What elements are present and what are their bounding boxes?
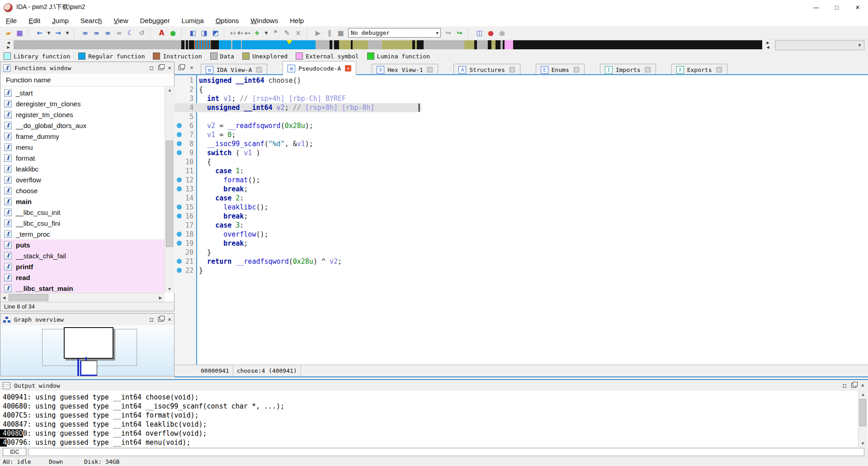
navband-right-scroll-icon[interactable]: ▶ xyxy=(765,40,771,45)
close-panel-icon[interactable]: × xyxy=(858,381,867,390)
navband-combo[interactable]: ▼ xyxy=(775,40,864,50)
function-list-item[interactable]: f_start xyxy=(0,87,165,98)
delete-breakpoint-icon[interactable]: ● xyxy=(496,27,508,38)
vscroll-thumb[interactable] xyxy=(166,141,173,247)
output-log[interactable]: 400941: using guessed type __int64 choos… xyxy=(0,391,858,447)
output-vscrollbar[interactable]: ▲ ▼ xyxy=(858,391,868,447)
navigation-band[interactable] xyxy=(14,40,762,49)
code-line[interactable]: 14 case 2: xyxy=(175,194,866,203)
function-list-hscrollbar[interactable]: ◀ ▶ xyxy=(0,293,165,302)
menu-options[interactable]: Options xyxy=(210,15,245,26)
search-again-icon[interactable]: ∞ xyxy=(113,27,125,38)
function-list-item[interactable]: fmenu xyxy=(0,142,165,152)
code-line[interactable]: 11 case 1: xyxy=(175,166,866,176)
code-line[interactable]: 4 unsigned __int64 v2; // [rsp+8h] [rbp-… xyxy=(175,103,866,112)
menu-file[interactable]: File xyxy=(0,15,23,26)
scroll-up-icon[interactable]: ▲ xyxy=(859,391,868,398)
function-list-item[interactable]: foverflow xyxy=(0,174,165,185)
function-list-item[interactable]: f__stack_chk_fail xyxy=(0,250,165,261)
code-line[interactable]: 5 xyxy=(175,112,866,121)
navband-scroll-left-icon[interactable]: ◀ xyxy=(5,40,11,45)
tab-exports[interactable]: XExports× xyxy=(671,64,727,75)
hscroll-thumb[interactable] xyxy=(9,294,48,301)
tab-close-icon[interactable]: × xyxy=(256,67,262,73)
tab-structures[interactable]: AStructures× xyxy=(453,64,520,75)
tab-ida-view[interactable]: ▤IDA View-A× xyxy=(201,64,267,75)
scroll-up-icon[interactable]: ▲ xyxy=(165,86,175,94)
function-list-item[interactable]: f__libc_start_main xyxy=(0,283,165,293)
code-line[interactable]: 10 { xyxy=(175,157,866,166)
close-panel-icon[interactable]: × xyxy=(165,315,174,323)
navband-scroll-right-icon[interactable]: ▶ xyxy=(5,45,11,49)
tab-enums[interactable]: EEnums× xyxy=(536,64,585,75)
add-breakpoint-icon[interactable]: ● xyxy=(485,27,496,38)
desktop-window-2-icon[interactable]: ◨ xyxy=(198,27,210,38)
tab-close-icon[interactable]: × xyxy=(645,67,651,73)
function-list-item[interactable]: fframe_dummy xyxy=(0,131,165,142)
function-list-item[interactable]: f__libc_csu_init xyxy=(0,207,165,218)
code-line[interactable]: 7 v1 = 0; xyxy=(175,130,866,139)
navband-left-scroll-icon[interactable]: ◀ xyxy=(765,45,771,49)
code-line[interactable]: 21 return __readfsqword(0x28u) ^ v2; xyxy=(175,257,866,266)
function-list-item[interactable]: f__libc_csu_fini xyxy=(0,218,165,228)
create-struct-icon[interactable]: a+ xyxy=(244,27,251,38)
function-list-item[interactable]: fprintf xyxy=(0,261,165,272)
vscroll-thumb[interactable] xyxy=(859,399,866,426)
function-list-item[interactable]: fread xyxy=(0,272,165,283)
code-line[interactable]: 9 switch ( v1 ) xyxy=(175,148,866,157)
tab-close-icon[interactable]: × xyxy=(427,67,433,73)
search-immediate-icon[interactable]: ∞ xyxy=(102,27,113,38)
maximize-button[interactable]: □ xyxy=(826,0,847,14)
graph-overview-canvas[interactable] xyxy=(0,325,174,376)
menu-lumina[interactable]: Lumina xyxy=(175,15,209,26)
add-item-icon[interactable]: + xyxy=(251,27,263,38)
code-line[interactable]: 13 break; xyxy=(175,185,866,194)
tab-imports[interactable]: IImports× xyxy=(600,64,656,75)
create-function-icon[interactable]: c+ xyxy=(230,27,237,38)
tab-pseudocode[interactable]: ▤Pseudocode-A× xyxy=(283,61,356,75)
debugger-windows-icon[interactable]: ◫ xyxy=(474,27,485,38)
menu-view[interactable]: View xyxy=(108,15,134,26)
scroll-left-icon[interactable]: ◀ xyxy=(0,293,8,302)
function-list-item[interactable]: fchoose xyxy=(0,185,165,196)
close-panel-icon[interactable]: × xyxy=(165,64,174,72)
function-list-item[interactable]: fregister_tm_clones xyxy=(0,109,165,120)
create-data-icon[interactable]: d+ xyxy=(237,27,244,38)
search-binoculars-icon[interactable]: ∞ xyxy=(80,27,91,38)
float-panel-icon[interactable] xyxy=(156,64,165,72)
code-line[interactable]: 18 overflow(); xyxy=(175,230,866,239)
save-file-icon[interactable]: ▦ xyxy=(14,27,25,38)
code-line[interactable]: 19 break; xyxy=(175,239,866,248)
pause-process-icon[interactable]: ∥ xyxy=(324,27,335,38)
tab-close-icon[interactable]: × xyxy=(573,67,580,73)
menu-help[interactable]: Help xyxy=(284,15,310,26)
stop-process-icon[interactable]: ■ xyxy=(335,27,346,38)
jump-crescent-icon[interactable]: ☾ xyxy=(125,27,136,38)
function-list-item[interactable]: fleaklibc xyxy=(0,163,165,174)
maximize-panel-icon[interactable]: □ xyxy=(147,64,156,72)
navigate-forward-dropdown-icon[interactable]: ▼ xyxy=(64,27,71,38)
function-list-item[interactable]: fmain xyxy=(0,196,165,207)
desktop-window-3-icon[interactable]: ◩ xyxy=(210,27,221,38)
scroll-down-icon[interactable]: ▼ xyxy=(859,440,867,447)
menu-edit[interactable]: Edit xyxy=(23,15,46,26)
float-panel-icon[interactable] xyxy=(849,381,858,390)
menu-windows[interactable]: Windows xyxy=(245,15,284,26)
float-panel-icon[interactable] xyxy=(156,315,165,323)
tab-close-icon[interactable]: × xyxy=(509,67,515,73)
navigate-back-icon[interactable]: ← xyxy=(34,27,45,38)
tab-close-icon[interactable]: × xyxy=(345,65,351,71)
code-line[interactable]: 3 int v1; // [rsp+4h] [rbp-Ch] BYREF xyxy=(175,94,866,103)
tab-close-icon[interactable]: × xyxy=(716,67,722,73)
code-line[interactable]: 16 break; xyxy=(175,212,866,221)
code-line[interactable]: 15 leaklibc(); xyxy=(175,203,866,212)
lumina-icon[interactable]: ● xyxy=(167,27,179,38)
function-list-item[interactable]: fputs xyxy=(0,239,165,250)
maximize-panel-icon[interactable]: □ xyxy=(840,381,849,390)
scroll-down-icon[interactable]: ▼ xyxy=(165,285,174,293)
start-process-icon[interactable]: ▶ xyxy=(312,27,324,38)
delete-icon[interactable]: × xyxy=(292,27,304,38)
search-text-icon[interactable]: ∞ xyxy=(91,27,102,38)
scroll-right-icon[interactable]: ▶ xyxy=(157,293,164,302)
step-into-icon[interactable]: ↪ xyxy=(443,27,454,38)
